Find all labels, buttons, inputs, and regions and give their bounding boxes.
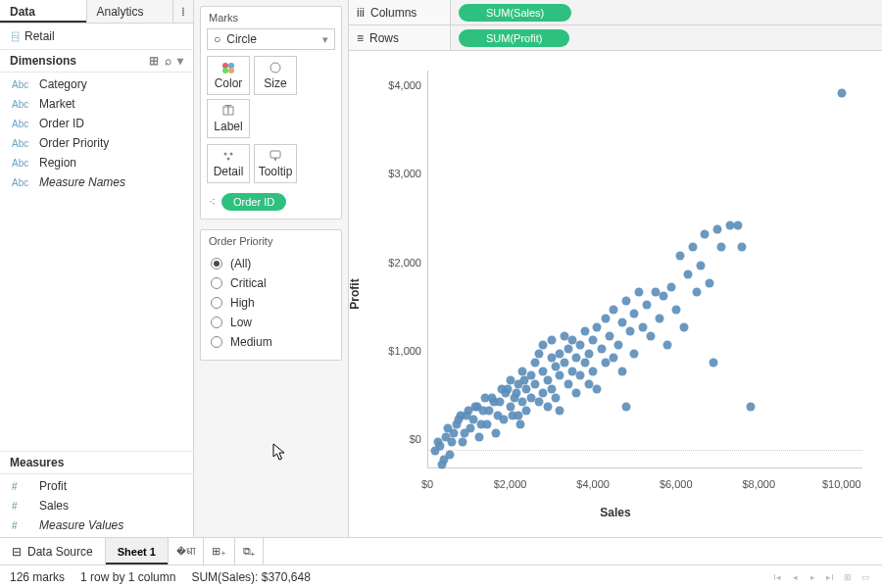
data-point[interactable]	[431, 446, 440, 455]
data-point[interactable]	[606, 331, 614, 340]
data-point[interactable]	[535, 349, 544, 358]
filter-option-critical[interactable]: Critical	[211, 273, 331, 293]
data-point[interactable]	[576, 340, 585, 349]
data-point[interactable]	[479, 407, 488, 416]
data-point[interactable]	[466, 424, 475, 433]
dimension-order-id[interactable]: AbcOrder ID	[0, 114, 193, 133]
data-point[interactable]	[522, 384, 531, 393]
columns-shelf[interactable]: iiiColumns SUM(Sales)	[349, 0, 882, 25]
data-point[interactable]	[684, 270, 693, 278]
menu-icon[interactable]: ▾	[177, 54, 183, 68]
datasource-tab[interactable]: ⊟Data Source	[0, 538, 106, 564]
data-point[interactable]	[556, 349, 564, 358]
detail-pill[interactable]: Order ID	[221, 193, 286, 211]
data-point[interactable]	[446, 451, 455, 460]
filter-option-medium[interactable]: Medium	[211, 332, 331, 352]
data-point[interactable]	[450, 428, 459, 437]
data-point[interactable]	[564, 380, 572, 389]
measure-profit[interactable]: #Profit	[0, 476, 193, 496]
data-point[interactable]	[717, 243, 726, 252]
presentation-icon[interactable]: ▭	[858, 570, 872, 584]
data-point[interactable]	[539, 340, 548, 349]
data-point[interactable]	[560, 358, 568, 367]
dimension-region[interactable]: AbcRegion	[0, 153, 193, 172]
data-point[interactable]	[547, 336, 556, 345]
new-story-button[interactable]: ⧉₊	[235, 538, 264, 564]
mark-type-select[interactable]: ○ Circle	[207, 28, 335, 50]
measure-sales[interactable]: #Sales	[0, 496, 193, 515]
data-point[interactable]	[675, 252, 684, 261]
data-point[interactable]	[621, 402, 630, 411]
grid-icon[interactable]: ⊞	[841, 570, 855, 584]
data-point[interactable]	[580, 327, 589, 336]
data-point[interactable]	[458, 437, 466, 446]
view-icon[interactable]: ⊞	[149, 54, 159, 68]
data-point[interactable]	[491, 428, 500, 437]
data-point[interactable]	[626, 327, 635, 336]
data-point[interactable]	[621, 296, 630, 305]
data-point[interactable]	[601, 358, 610, 367]
data-point[interactable]	[495, 398, 504, 407]
data-point[interactable]	[547, 384, 556, 393]
data-point[interactable]	[584, 349, 593, 358]
nav-last-icon[interactable]: ▸I	[823, 570, 837, 584]
tab-data[interactable]: Data	[0, 0, 87, 23]
data-point[interactable]	[634, 287, 643, 296]
tab-menu-icon[interactable]: ⁞	[173, 0, 193, 23]
dimension-order-priority[interactable]: AbcOrder Priority	[0, 133, 193, 153]
data-point[interactable]	[613, 340, 622, 349]
data-point[interactable]	[552, 363, 561, 371]
data-point[interactable]	[667, 283, 676, 292]
data-point[interactable]	[543, 402, 552, 411]
data-point[interactable]	[522, 407, 531, 416]
data-point[interactable]	[463, 411, 471, 419]
data-point[interactable]	[547, 354, 556, 363]
data-point[interactable]	[530, 358, 539, 367]
data-point[interactable]	[512, 389, 520, 398]
tooltip-button[interactable]: Tooltip	[254, 144, 297, 183]
data-point[interactable]	[442, 433, 451, 442]
data-point[interactable]	[688, 243, 697, 252]
detail-button[interactable]: Detail	[207, 144, 250, 183]
data-point[interactable]	[564, 345, 572, 354]
data-point[interactable]	[518, 398, 527, 407]
data-point[interactable]	[638, 322, 647, 331]
data-point[interactable]	[506, 402, 514, 411]
tab-analytics[interactable]: Analytics	[87, 0, 174, 23]
data-point[interactable]	[610, 354, 618, 363]
data-point[interactable]	[454, 416, 463, 424]
data-point[interactable]	[680, 322, 689, 331]
filter-option-high[interactable]: High	[211, 293, 331, 313]
nav-first-icon[interactable]: I◂	[770, 570, 784, 584]
data-point[interactable]	[589, 367, 598, 375]
data-point[interactable]	[589, 336, 598, 345]
data-point[interactable]	[643, 301, 652, 310]
filter-option-all[interactable]: (All)	[211, 254, 331, 273]
sheet-tab[interactable]: Sheet 1	[106, 538, 169, 564]
data-point[interactable]	[597, 345, 606, 354]
data-point[interactable]	[539, 389, 548, 398]
size-button[interactable]: Size	[254, 56, 297, 95]
data-point[interactable]	[556, 407, 564, 416]
data-point[interactable]	[655, 314, 663, 322]
data-point[interactable]	[671, 305, 680, 314]
data-point[interactable]	[539, 367, 548, 375]
data-point[interactable]	[433, 437, 442, 446]
data-point[interactable]	[576, 371, 585, 380]
data-point[interactable]	[593, 322, 602, 331]
data-point[interactable]	[712, 225, 721, 234]
dimension-measure-names[interactable]: AbcMeasure Names	[0, 172, 193, 192]
data-point[interactable]	[734, 220, 743, 229]
filter-option-low[interactable]: Low	[211, 313, 331, 332]
data-point[interactable]	[556, 371, 564, 380]
datasource-row[interactable]: ⌸ Retail	[0, 24, 193, 50]
data-point[interactable]	[630, 349, 639, 358]
data-point[interactable]	[500, 416, 509, 424]
rows-shelf[interactable]: ≡Rows SUM(Profit)	[349, 25, 882, 51]
data-point[interactable]	[617, 318, 626, 327]
data-point[interactable]	[516, 419, 525, 428]
data-point[interactable]	[474, 433, 483, 442]
data-point[interactable]	[437, 460, 446, 468]
data-point[interactable]	[610, 305, 618, 314]
new-worksheet-button[interactable]: �धा	[169, 538, 204, 564]
